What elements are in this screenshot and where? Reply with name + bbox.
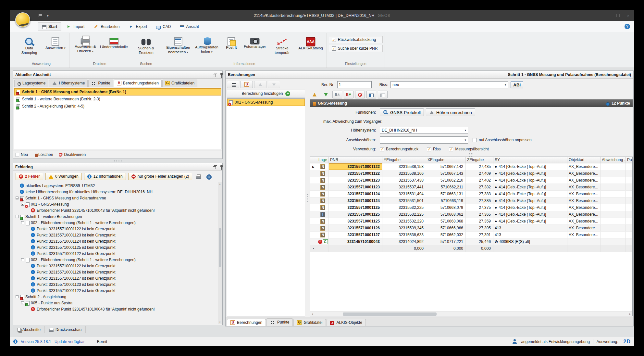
z-eingabe-cell[interactable]: 27,402 [466, 177, 493, 184]
neu-button[interactable]: Neu [16, 152, 28, 157]
sy-cell[interactable]: ●414 [Geb.-Ecke (Top.-Auf.)] [493, 218, 567, 224]
ber-nr-input[interactable] [337, 81, 372, 88]
z-eingabe-cell[interactable]: 27,375 [466, 204, 493, 211]
ribbon-button-post-it[interactable]: Post-It [221, 34, 242, 51]
riss-combobox[interactable]: neu ▾ [390, 81, 508, 88]
table-row[interactable]: I32315571000112532315532,2255710668,0622… [310, 211, 632, 218]
x-eingabe-cell[interactable]: 5710717,221 [426, 238, 466, 245]
z-eingabe-cell[interactable]: 27,395 [466, 225, 493, 231]
quick-access-window-icon[interactable] [39, 14, 42, 17]
tree-item[interactable]: keine Höhenberechnung für aktuelles Höhe… [14, 189, 218, 195]
table-row[interactable]: •0,0000,0000,000 [310, 245, 632, 252]
list-item[interactable]: Schritt 1 - weitere Berechnungen (BerNr.… [14, 95, 221, 103]
menu-tab-ansicht[interactable]: Ansicht [176, 22, 203, 31]
add-berechnung-button[interactable]: Berechnung hinzufügen + [227, 90, 305, 97]
pnr-cell[interactable]: 323155710001127 [329, 232, 382, 238]
pin-panel-icon[interactable] [221, 167, 222, 169]
x-eingabe-cell[interactable]: 5710668,079 [426, 204, 466, 211]
tree-item[interactable]: Erforderlicher Punkt 323145710100043 für… [14, 306, 218, 312]
tree-item[interactable]: Punkt: 323155710001125 ist kein Grenzpun… [14, 244, 218, 250]
expander-icon[interactable] [21, 301, 24, 304]
abweichung-cell[interactable] [601, 238, 626, 245]
sy-cell[interactable]: ●414 [Geb.-Ecke (Top.-Auf.)] [493, 177, 567, 184]
x-eingabe-cell[interactable]: 5710667,143 [426, 170, 466, 177]
pu-cell[interactable] [626, 218, 632, 224]
objektart-cell[interactable]: AX_Besondere... [567, 177, 601, 184]
y-eingabe-cell[interactable]: 32315539,345 [382, 225, 426, 231]
objektart-cell[interactable]: AX_Besondere... [567, 163, 601, 170]
expander-icon[interactable] [21, 258, 24, 261]
tree-item[interactable]: 005 - Punkte aus Systra [14, 300, 218, 306]
scroll-right-icon[interactable]: ▸ [628, 312, 632, 315]
expander-icon[interactable] [16, 295, 19, 298]
sy-cell[interactable]: ●414 [Geb.-Ecke (Top.-Auf.)] [493, 184, 567, 190]
z-eingabe-cell[interactable]: 27,365 [466, 211, 493, 218]
pu-cell[interactable] [626, 184, 632, 190]
pnr-cell[interactable]: 323155710001126 [329, 225, 382, 231]
pu-cell[interactable] [626, 170, 632, 177]
objektart-cell[interactable] [567, 238, 601, 245]
move-up-button[interactable] [310, 91, 319, 98]
expander-icon[interactable] [21, 203, 24, 206]
tree-item[interactable]: 003 - Flächenberechnung (Schritt 1 - wei… [14, 257, 218, 263]
tab-höhensysteme[interactable]: Höhensysteme [49, 80, 88, 87]
abweichung-cell[interactable] [601, 163, 626, 170]
pnr-cell[interactable] [329, 245, 382, 252]
tree-item[interactable]: aktuelles Lagesystem: ETRS89_UTM32 [14, 183, 218, 189]
column-header-yeingabe[interactable]: YEingabe [382, 157, 426, 163]
tree-item[interactable]: 001 - GNSS-Messung [14, 201, 218, 207]
y-eingabe-cell[interactable]: 32315538,158 [382, 163, 426, 170]
y-eingabe-cell[interactable]: 32315531,501 [382, 197, 426, 204]
sy-cell[interactable]: ●414 [Geb.-Ecke (Top.-Auf.)] [493, 191, 567, 197]
abweichung-cell[interactable] [601, 218, 626, 224]
sy-cell[interactable]: ●414 [Geb.-Ecke (Top.-Auf.)] [493, 170, 567, 177]
checkbox-messungsübersicht[interactable]: ✓Messungsübersicht [449, 147, 489, 151]
checkbox-berechnungsdruck[interactable]: ✓Berechnungsdruck [380, 147, 418, 151]
höhen-umrechnen-button[interactable]: Höhen umrechnen [426, 108, 475, 116]
z-eingabe-cell[interactable]: 27,383 [466, 191, 493, 197]
scroll-thumb[interactable] [343, 312, 437, 316]
pu-cell[interactable] [626, 245, 632, 252]
tab-grafikdateien[interactable]: Grafikdateien [162, 80, 197, 87]
x-eingabe-cell[interactable]: 5710663,131 [426, 191, 466, 197]
objektart-cell[interactable]: AX_Besondere... [567, 218, 601, 224]
y-eingabe-cell[interactable]: 32314024,892 [382, 238, 426, 245]
pu-cell[interactable] [626, 232, 632, 238]
scroll-up-icon[interactable]: ▴ [219, 182, 221, 186]
sy-cell[interactable]: 413 [493, 232, 567, 238]
filter-0-warnungen-button[interactable]: 0 Warnungen [45, 173, 82, 180]
pu-cell[interactable] [626, 211, 632, 218]
help-button[interactable]: ? [625, 24, 630, 29]
pnr-cell[interactable]: 323145710100043 [329, 238, 382, 245]
pnr-cell[interactable]: 323155710001124 [329, 191, 382, 197]
z-eingabe-cell[interactable]: 0,000 [466, 245, 493, 252]
pu-cell[interactable] [626, 163, 632, 170]
y-eingabe-cell[interactable]: 32315537,441 [382, 184, 426, 190]
objektart-cell[interactable]: AX_Besondere... [567, 184, 601, 190]
column-header-lage[interactable]: Lage [317, 157, 329, 163]
sy-cell[interactable] [493, 245, 567, 252]
sy-cell[interactable]: ●414 [Geb.-Ecke (Top.-Auf.)] [493, 163, 567, 170]
pu-cell[interactable] [626, 238, 632, 245]
pnr-cell[interactable]: 323155710001123 [329, 184, 382, 190]
tree-item[interactable]: Punkt: 323155710001122 ist kein Grenzpun… [14, 226, 218, 232]
table-horizontal-scrollbar[interactable]: ◂ ▸ [310, 312, 632, 316]
pin-panel-icon[interactable] [221, 74, 222, 76]
column-header-pnr[interactable]: PNR [329, 157, 382, 163]
checkbox-suche-über-kurze-pnr[interactable]: ✓Suche über kurze PNR [329, 45, 383, 52]
calc-order-button[interactable] [227, 81, 239, 88]
list-item[interactable]: Schritt 1 - GNSS Messung und Polaraufnah… [14, 88, 221, 95]
column-header-sy[interactable]: SY [493, 157, 567, 163]
x-eingabe-cell[interactable]: 0,000 [426, 245, 466, 252]
float-panel-icon[interactable] [213, 74, 216, 77]
abweichung-cell[interactable] [601, 232, 626, 238]
abweichung-cell[interactable] [601, 245, 626, 252]
move-down-button[interactable] [321, 91, 331, 98]
scroll-left-icon[interactable]: ◂ [310, 312, 315, 315]
sy-cell[interactable]: ⊙6006RS [R(S) alt] [493, 238, 567, 245]
calc-list-item[interactable]: 001 - GNSS-Messung [227, 99, 305, 106]
checkbox-auf-anschlusshoehen[interactable]: auf Anschlusshöhen anpassen [473, 138, 532, 142]
ribbon-button-alkis-katalog[interactable]: ALKIS-Katalog [297, 34, 324, 52]
deactivate-calc-button[interactable] [355, 91, 365, 98]
tab-druckvorschau[interactable]: Druckvorschau [45, 326, 86, 333]
